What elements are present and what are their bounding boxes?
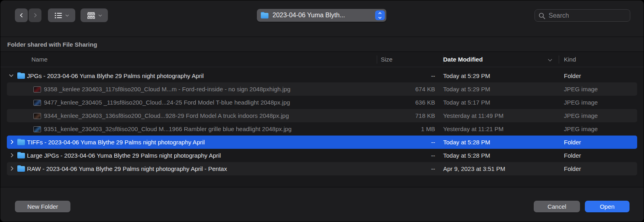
table-row[interactable]: JPGs - 2023-04-06 Yuma Blythe 29 Palms n… (7, 69, 637, 82)
shared-folder-banner-label: Folder shared with File Sharing (7, 41, 97, 48)
file-kind: JPEG image (564, 122, 598, 136)
open-dialog-window: 2023-04-06 Yuma Blyth... Folder shared w… (0, 0, 644, 222)
column-divider[interactable] (377, 56, 377, 64)
file-date-modified: Yesterday at 11:49 PM (443, 109, 504, 122)
folder-icon (17, 139, 25, 145)
forward-button[interactable] (29, 8, 41, 22)
toolbar: 2023-04-06 Yuma Blyth... (0, 0, 644, 37)
image-thumbnail-icon (33, 86, 41, 92)
file-kind: Folder (564, 162, 581, 175)
file-name: RAW - 2023-04-06 Yuma Blythe 29 Palms ni… (27, 162, 355, 175)
file-size: 674 KB (337, 82, 435, 96)
column-divider[interactable] (559, 56, 559, 64)
image-thumbnail-icon (33, 100, 41, 106)
chevron-down-icon (98, 13, 101, 16)
file-name: JPGs - 2023-04-06 Yuma Blythe 29 Palms n… (27, 69, 355, 82)
column-header-name[interactable]: Name (31, 52, 47, 67)
shared-folder-banner: Folder shared with File Sharing (0, 37, 644, 52)
folder-icon (17, 73, 25, 79)
file-name: 9351_kenlee_230403_32sf8iso200_Cloud M..… (44, 122, 355, 136)
disclosure-chevron-icon[interactable] (9, 72, 13, 77)
disclosure-chevron-icon[interactable] (9, 153, 13, 157)
table-row[interactable]: 9344_kenlee_230403_136sf8iso200_Cloud...… (7, 109, 637, 122)
file-size: 1 MB (337, 122, 435, 136)
list-view-button[interactable] (48, 8, 75, 22)
search-field (535, 9, 630, 22)
folder-path-selector[interactable]: 2023-04-06 Yuma Blyth... (257, 9, 386, 22)
image-thumbnail-icon (33, 113, 41, 119)
chevron-right-icon (32, 13, 37, 17)
file-kind: JPEG image (564, 82, 598, 96)
open-button[interactable]: Open (585, 201, 630, 212)
sort-chevron-down-icon[interactable] (548, 58, 552, 62)
search-input[interactable] (535, 10, 630, 21)
file-kind: JPEG image (564, 96, 598, 109)
file-name: Large JPGs - 2023-04-06 Yuma Blythe 29 P… (27, 149, 355, 162)
new-folder-button[interactable]: New Folder (15, 201, 70, 212)
file-size: -- (337, 69, 435, 82)
up-down-chevrons-icon[interactable] (375, 10, 385, 20)
file-name: 9477_kenlee_230405 _119sf8iso200_Cloud..… (44, 96, 355, 109)
bulleted-list-icon (55, 12, 62, 18)
file-date-modified: Today at 5:29 PM (443, 69, 490, 82)
column-header-row: Name Size Date Modified Kind (0, 52, 644, 67)
file-size: 636 KB (337, 96, 435, 109)
file-date-modified: Today at 5:29 PM (443, 82, 490, 96)
folder-icon (261, 12, 268, 18)
file-kind: Folder (564, 69, 581, 82)
file-size: -- (337, 162, 435, 175)
file-kind: JPEG image (564, 109, 598, 122)
file-name: 9344_kenlee_230403_136sf8iso200_Cloud...… (44, 109, 355, 122)
disclosure-chevron-icon[interactable] (9, 166, 13, 171)
table-row[interactable]: Large JPGs - 2023-04-06 Yuma Blythe 29 P… (7, 149, 637, 162)
file-size: 718 KB (337, 109, 435, 122)
back-button[interactable] (15, 8, 28, 22)
file-size: -- (337, 149, 435, 162)
cancel-button[interactable]: Cancel (534, 201, 580, 212)
column-header-date-modified[interactable]: Date Modified (443, 52, 483, 67)
table-row[interactable]: RAW - 2023-04-06 Yuma Blythe 29 Palms ni… (7, 162, 637, 175)
column-header-kind[interactable]: Kind (564, 52, 576, 67)
disclosure-chevron-icon[interactable] (9, 140, 13, 144)
file-date-modified: Apr 9, 2023 at 3:51 PM (443, 162, 505, 175)
file-size: -- (337, 136, 435, 149)
group-view-button[interactable] (80, 8, 108, 22)
file-kind: Folder (564, 149, 581, 162)
file-name: TIFFs - 2023-04-06 Yuma Blythe 29 Palms … (27, 136, 355, 149)
table-row[interactable]: 9358 _kenlee 230403_117sf8iso200_Cloud M… (7, 82, 637, 96)
file-kind: Folder (564, 136, 581, 149)
chevron-down-icon (66, 13, 69, 16)
folder-icon (17, 166, 25, 172)
file-name: 9358 _kenlee 230403_117sf8iso200_Cloud M… (44, 82, 355, 96)
footer-bar: New Folder Cancel Open (0, 187, 644, 222)
file-date-modified: Today at 5:17 PM (443, 96, 490, 109)
chevron-left-icon (20, 13, 24, 17)
image-thumbnail-icon (33, 126, 41, 132)
table-row[interactable]: 9477_kenlee_230405 _119sf8iso200_Cloud..… (7, 96, 637, 109)
table-row[interactable]: TIFFs - 2023-04-06 Yuma Blythe 29 Palms … (7, 136, 637, 149)
column-header-size[interactable]: Size (381, 52, 392, 67)
file-date-modified: Today at 5:28 PM (443, 149, 490, 162)
file-list: JPGs - 2023-04-06 Yuma Blythe 29 Palms n… (0, 67, 644, 187)
current-folder-label: 2023-04-06 Yuma Blyth... (272, 12, 386, 19)
file-date-modified: Yesterday at 11:21 PM (443, 122, 504, 136)
folder-icon (17, 152, 25, 158)
file-date-modified: Today at 5:28 PM (443, 136, 490, 149)
grouped-grid-icon (87, 12, 95, 19)
table-row[interactable]: 9351_kenlee_230403_32sf8iso200_Cloud M..… (7, 122, 637, 136)
